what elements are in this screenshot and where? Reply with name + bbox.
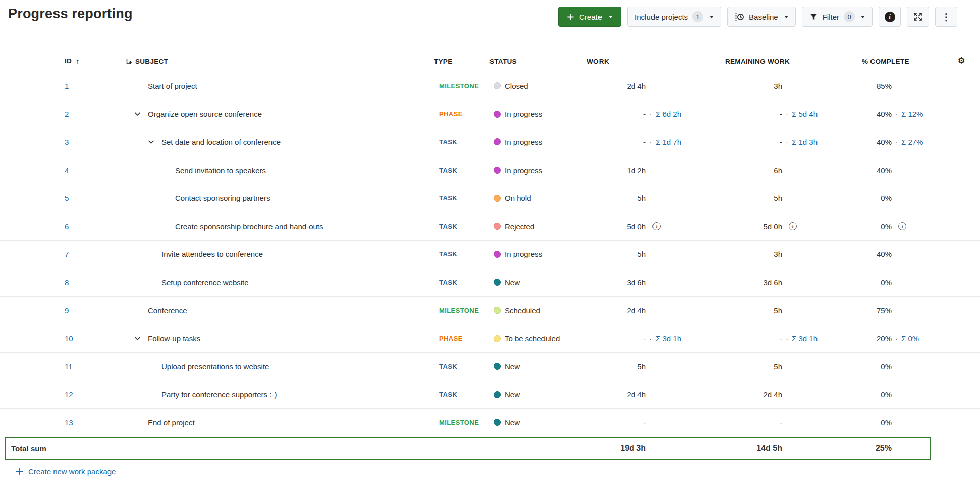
work-package-id-link[interactable]: 2 [65, 110, 69, 118]
dot-separator: · [786, 110, 788, 118]
subject-label: Contact sponsoring partners [175, 194, 270, 202]
info-icon[interactable]: i [789, 222, 797, 230]
remaining-work-cell: -·Σ 5d 4h [722, 110, 853, 118]
work-package-id-link[interactable]: 7 [65, 250, 69, 258]
work-package-id-link[interactable]: 8 [65, 278, 69, 287]
table-row[interactable]: 5 Contact sponsoring partners TASK On ho… [0, 184, 980, 212]
dot-separator: · [649, 334, 652, 343]
create-button[interactable]: Create [558, 7, 621, 27]
create-work-package-link[interactable]: Create new work package [15, 467, 116, 476]
info-icon[interactable]: i [898, 222, 906, 230]
derived-sum-link[interactable]: Σ 5d 4h [792, 110, 818, 118]
derived-sum-link[interactable]: Σ 12% [901, 110, 923, 118]
remaining-work-value: 6h [722, 166, 782, 175]
baseline-clock-icon [735, 12, 744, 22]
derived-sum-link[interactable]: Σ 6d 2h [656, 110, 681, 118]
work-value: 2d 4h [575, 306, 646, 315]
table-row[interactable]: 12 Party for conference supporters :-) T… [0, 381, 980, 409]
include-projects-button[interactable]: Include projects 1 [627, 7, 721, 27]
remaining-work-cell: 3h [722, 82, 853, 90]
percent-complete-value: 0% [853, 278, 892, 287]
work-package-id-link[interactable]: 3 [65, 138, 69, 146]
remaining-work-value: 3d 6h [722, 278, 782, 287]
column-header-work[interactable]: WORK [575, 58, 722, 72]
table-row[interactable]: 11 Upload presentations to website TASK … [0, 353, 980, 381]
column-header-remaining-work[interactable]: REMAINING WORK [722, 58, 853, 72]
work-cell: 2d 4h [575, 390, 722, 399]
table-row[interactable]: 3 Set date and location of conference TA… [0, 128, 980, 156]
status-dot [494, 279, 501, 286]
type-label: TASK [434, 138, 457, 146]
derived-sum-link[interactable]: Σ 3d 1h [656, 334, 681, 343]
dot-separator: · [786, 334, 788, 343]
table-row[interactable]: 13 End of project MILESTONE New - - 0% [0, 409, 980, 437]
plus-icon [15, 467, 23, 475]
derived-sum-link[interactable]: Σ 27% [901, 138, 923, 146]
plus-icon [567, 13, 574, 21]
percent-complete-cell: 0% [853, 278, 954, 287]
include-projects-label: Include projects [635, 13, 688, 21]
table-row[interactable]: 1 Start of project MILESTONE Closed 2d 4… [0, 72, 980, 100]
remaining-work-value: 3h [722, 250, 782, 258]
percent-complete-value: 0% [853, 194, 892, 202]
work-package-id-link[interactable]: 12 [65, 390, 73, 399]
baseline-button[interactable]: Baseline [727, 7, 796, 27]
subject-label: Send invitation to speakers [175, 166, 266, 175]
column-header-status[interactable]: STATUS [489, 58, 575, 72]
column-header-percent-complete[interactable]: % COMPLETE [853, 58, 954, 72]
info-icon[interactable]: i [652, 222, 661, 230]
type-label: TASK [434, 223, 457, 230]
work-package-id-link[interactable]: 11 [65, 362, 73, 371]
status-dot [494, 111, 501, 118]
table-settings-button[interactable]: ⚙ [954, 56, 980, 72]
total-sum-row: Total sum 19d 3h 14d 5h 25% [0, 437, 980, 460]
type-label: PHASE [434, 335, 463, 342]
percent-complete-value: 0% [853, 390, 892, 399]
filter-button[interactable]: Filter 0 [802, 7, 873, 27]
more-menu-button[interactable]: ⋮ [935, 7, 957, 27]
table-row[interactable]: 8 Setup conference website TASK New 3d 6… [0, 268, 980, 297]
work-package-id-link[interactable]: 13 [65, 418, 73, 427]
chevron-down-icon[interactable] [134, 112, 148, 116]
type-label: TASK [434, 391, 457, 398]
percent-complete-cell: 85% [853, 82, 954, 90]
info-button[interactable]: i [879, 7, 901, 27]
dot-separator: · [786, 138, 788, 146]
work-cell: 5d 0hi [575, 222, 722, 231]
derived-sum-link[interactable]: Σ 3d 1h [792, 334, 818, 343]
work-package-id-link[interactable]: 5 [65, 194, 69, 202]
column-header-type[interactable]: TYPE [434, 58, 489, 72]
remaining-work-value: 5h [722, 194, 782, 202]
table-row[interactable]: 7 Invite attendees to conference TASK In… [0, 241, 980, 269]
derived-sum-link[interactable]: Σ 0% [901, 334, 919, 343]
fullscreen-button[interactable] [907, 7, 929, 27]
info-icon: i [885, 12, 895, 22]
table-row[interactable]: 10 Follow-up tasks PHASE To be scheduled… [0, 324, 980, 353]
status-label: New [505, 278, 520, 287]
chevron-down-icon[interactable] [148, 140, 161, 144]
column-header-subject[interactable]: SUBJECT [125, 58, 434, 72]
work-value: - [575, 138, 646, 146]
chevron-down-icon [784, 16, 788, 18]
table-row[interactable]: 4 Send invitation to speakers TASK In pr… [0, 156, 980, 185]
work-package-id-link[interactable]: 6 [65, 222, 69, 231]
type-label: MILESTONE [434, 82, 479, 90]
percent-complete-cell: 40% [853, 250, 954, 258]
work-package-id-link[interactable]: 10 [65, 334, 73, 343]
percent-complete-cell: 0% [853, 194, 954, 202]
column-header-id[interactable]: ID ↑ [0, 57, 125, 72]
percent-complete-cell: 0% [853, 362, 954, 371]
kebab-icon: ⋮ [942, 12, 951, 22]
chevron-down-icon[interactable] [134, 336, 148, 341]
derived-sum-link[interactable]: Σ 1d 7h [656, 138, 681, 146]
work-package-id-link[interactable]: 4 [65, 166, 69, 175]
table-row[interactable]: 2 Organize open source conference PHASE … [0, 100, 980, 129]
work-package-id-link[interactable]: 9 [65, 306, 69, 315]
derived-sum-link[interactable]: Σ 1d 3h [792, 138, 818, 146]
work-packages-table: ID ↑ SUBJECT TYPE STATUS WORK REMAINING … [0, 35, 980, 477]
work-package-id-link[interactable]: 1 [65, 82, 69, 90]
table-row[interactable]: 9 Conference MILESTONE Scheduled 2d 4h 5… [0, 297, 980, 325]
remaining-work-value: - [722, 334, 782, 343]
table-row[interactable]: 6 Create sponsorship brochure and hand-o… [0, 212, 980, 241]
total-sum-label: Total sum [0, 444, 125, 453]
